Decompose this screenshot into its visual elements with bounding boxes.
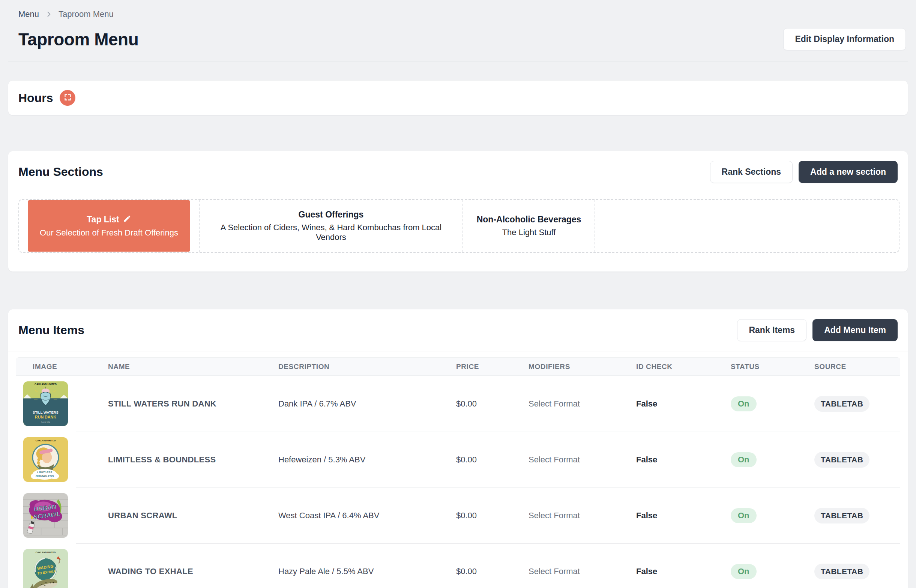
hours-expand-button[interactable] xyxy=(60,90,75,106)
item-name: URBAN SCRAWL xyxy=(108,511,278,520)
svg-text:OAKLAND UNITED: OAKLAND UNITED xyxy=(34,383,57,386)
table-row[interactable]: OAKLAND UNITED STILL WATERS RUN DANK DAN… xyxy=(16,376,900,431)
item-image-limitless-boundless: OAKLAND UNITED LIMITLESS xyxy=(23,437,68,482)
section-description: Our Selection of Fresh Draft Offerings xyxy=(40,228,178,238)
column-header-description: DESCRIPTION xyxy=(278,363,456,371)
item-price: $0.00 xyxy=(456,399,528,409)
column-header-image: IMAGE xyxy=(16,363,108,371)
table-row[interactable]: OAKLAND UNITED WADING TO EXHALE xyxy=(16,543,900,588)
item-modifiers: Select Format xyxy=(528,399,636,409)
add-section-button[interactable]: Add a new section xyxy=(799,161,898,183)
item-name: STILL WATERS RUN DANK xyxy=(108,399,278,409)
sections-strip: Tap List Our Selection of Fresh Draft Of… xyxy=(18,199,900,253)
status-badge: On xyxy=(731,452,756,467)
column-header-price: PRICE xyxy=(456,363,528,371)
page: Menu Taproom Menu Taproom Menu Edit Disp… xyxy=(0,0,916,588)
page-title: Taproom Menu xyxy=(18,29,139,50)
svg-text:DANK IPA: DANK IPA xyxy=(41,421,50,423)
item-price: $0.00 xyxy=(456,567,528,577)
source-badge: TABLETAB xyxy=(814,508,869,523)
item-description: West Coast IPA / 6.4% ABV xyxy=(278,511,456,520)
svg-text:BOUNDLESS: BOUNDLESS xyxy=(36,474,54,478)
svg-text:STILL WATERS: STILL WATERS xyxy=(32,410,58,414)
item-image-still-waters-run-dank: OAKLAND UNITED STILL WATERS RUN DANK DAN… xyxy=(23,381,68,426)
breadcrumb-current: Taproom Menu xyxy=(58,10,114,19)
menu-items-title: Menu Items xyxy=(18,323,84,337)
item-description: Hazy Pale Ale / 5.5% ABV xyxy=(278,567,456,577)
item-image-wading-to-exhale: OAKLAND UNITED WADING TO EXHALE xyxy=(23,549,68,588)
svg-text:LIMITLESS: LIMITLESS xyxy=(37,471,53,474)
breadcrumb-menu-link[interactable]: Menu xyxy=(18,10,39,19)
status-badge: On xyxy=(731,564,756,579)
item-id-check: False xyxy=(636,455,731,465)
menu-sections-card: Menu Sections Rank Sections Add a new se… xyxy=(8,151,908,271)
edit-display-information-button[interactable]: Edit Display Information xyxy=(783,28,906,50)
column-header-status: STATUS xyxy=(731,363,814,371)
table-row[interactable]: URBAN SCRAWL URBAN SCRAWL xyxy=(16,488,900,543)
item-price: $0.00 xyxy=(456,511,528,520)
item-modifiers: Select Format xyxy=(528,511,636,520)
item-id-check: False xyxy=(636,567,731,577)
hours-title: Hours xyxy=(18,91,53,105)
item-price: $0.00 xyxy=(456,455,528,465)
column-header-source: SOURCE xyxy=(814,363,900,371)
item-modifiers: Select Format xyxy=(528,567,636,577)
sections-empty-space xyxy=(595,200,899,252)
section-name: Tap List xyxy=(87,215,119,225)
section-name: Guest Offerings xyxy=(299,210,364,220)
column-header-modifiers: MODIFIERS xyxy=(528,363,636,371)
svg-text:OAKLAND UNITED: OAKLAND UNITED xyxy=(36,551,56,554)
section-card-guest-offerings[interactable]: Guest Offerings A Selection of Ciders, W… xyxy=(200,210,462,242)
source-badge: TABLETAB xyxy=(814,564,869,579)
item-modifiers: Select Format xyxy=(528,455,636,465)
status-badge: On xyxy=(731,396,756,411)
edit-pencil-icon[interactable] xyxy=(123,215,131,225)
svg-text:RUN DANK: RUN DANK xyxy=(35,415,56,419)
rank-items-button[interactable]: Rank Items xyxy=(737,319,806,341)
section-card-non-alcoholic[interactable]: Non-Alcoholic Beverages The Light Stuff xyxy=(471,215,587,237)
section-description: A Selection of Ciders, Wines, & Hard Kom… xyxy=(205,223,457,242)
menu-items-card: Menu Items Rank Items Add Menu Item IMAG… xyxy=(8,309,908,588)
source-badge: TABLETAB xyxy=(814,396,869,412)
item-id-check: False xyxy=(636,399,731,409)
chevron-right-icon xyxy=(45,11,53,18)
expand-icon xyxy=(64,94,72,102)
rank-sections-button[interactable]: Rank Sections xyxy=(710,161,793,183)
table-header-row: IMAGE NAME DESCRIPTION PRICE MODIFIERS I… xyxy=(16,358,900,376)
add-menu-item-button[interactable]: Add Menu Item xyxy=(813,319,898,341)
section-card-tap-list[interactable]: Tap List Our Selection of Fresh Draft Of… xyxy=(28,200,190,252)
column-header-name: NAME xyxy=(108,363,278,371)
status-badge: On xyxy=(731,508,756,523)
item-description: Hefeweizen / 5.3% ABV xyxy=(278,455,456,465)
section-name: Non-Alcoholic Beverages xyxy=(477,215,582,225)
header-divider xyxy=(8,61,908,61)
item-id-check: False xyxy=(636,511,731,520)
item-image-urban-scrawl: URBAN SCRAWL xyxy=(23,493,68,538)
table-row[interactable]: OAKLAND UNITED LIMITLESS xyxy=(16,431,900,488)
item-description: Dank IPA / 6.7% ABV xyxy=(278,399,456,409)
section-description: The Light Stuff xyxy=(477,228,582,237)
column-header-id-check: ID CHECK xyxy=(636,363,731,371)
item-name: LIMITLESS & BOUNDLESS xyxy=(108,455,278,465)
menu-sections-title: Menu Sections xyxy=(18,165,103,179)
menu-items-table: IMAGE NAME DESCRIPTION PRICE MODIFIERS I… xyxy=(16,357,900,588)
breadcrumb: Menu Taproom Menu xyxy=(18,10,906,19)
svg-text:OAKLAND UNITED: OAKLAND UNITED xyxy=(36,439,56,442)
page-header: Menu Taproom Menu Taproom Menu Edit Disp… xyxy=(8,0,908,50)
hours-card: Hours xyxy=(8,81,908,115)
item-name: WADING TO EXHALE xyxy=(108,567,278,577)
source-badge: TABLETAB xyxy=(814,452,869,468)
